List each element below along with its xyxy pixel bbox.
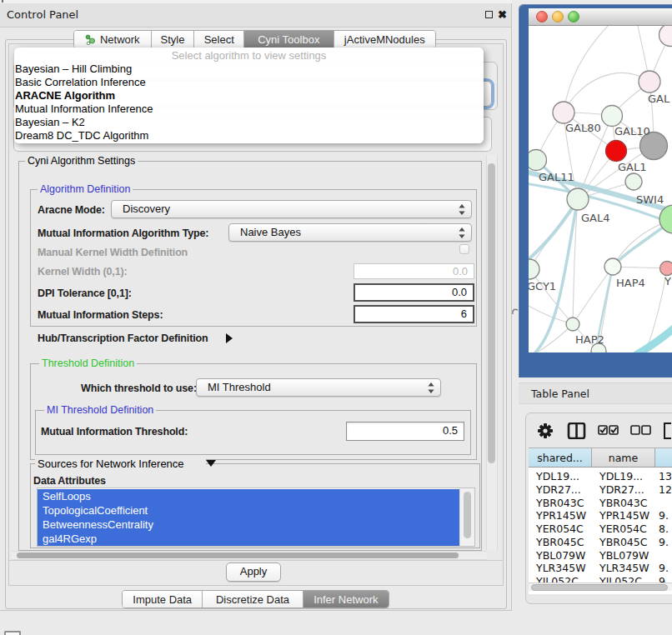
popup-menu-item[interactable]: Mutual Information Inference [15, 102, 153, 116]
attribute-list-item[interactable]: TopologicalCoefficient [38, 503, 461, 518]
mi-threshold-field[interactable]: 0.5 [346, 422, 464, 441]
network-node-hap4[interactable] [604, 258, 621, 275]
network-node-gal4[interactable] [567, 188, 589, 210]
table-cell[interactable]: 13 [659, 470, 672, 482]
mi-algorithm-type-combobox[interactable]: Naive Bayes [228, 223, 472, 242]
network-canvas[interactable]: GALGAL80GAL10GAL1GAL11SWI4GAL4HAP4YGCY1H… [529, 26, 672, 352]
table-cell[interactable]: 12 [659, 483, 672, 496]
table-cell[interactable]: YDR27... [599, 483, 644, 496]
manual-kernel-checkbox[interactable] [459, 244, 469, 254]
list-scrollbar[interactable] [459, 488, 474, 546]
zoom-traffic-light-icon[interactable] [568, 11, 579, 22]
kernel-width-field[interactable]: 0.0 [354, 263, 474, 279]
table-horizontal-scrollbar[interactable] [529, 582, 672, 591]
table-cell[interactable]: YER054C [536, 522, 584, 535]
popup-header: Select algorithm to view settings [14, 49, 484, 62]
attribute-list-item[interactable]: BetweennessCentrality [38, 518, 461, 532]
tab-jactivemnodules[interactable]: jActiveMNodules [333, 31, 435, 48]
table-cell[interactable]: YPR145W [599, 509, 649, 522]
minimized-panel-icon[interactable] [4, 631, 21, 635]
tab-impute-data[interactable]: Impute Data [123, 591, 202, 608]
network-node-gcy1[interactable] [529, 259, 539, 279]
attribute-list-item[interactable]: gal4RGexp [38, 532, 461, 546]
table-cell[interactable]: YDL19... [599, 470, 643, 482]
network-node-swi4[interactable] [625, 173, 642, 190]
table-cell[interactable]: YBR043C [599, 497, 647, 509]
aracne-mode-combobox[interactable]: Discovery [111, 200, 472, 218]
float-icon[interactable] [485, 11, 493, 18]
network-edge-highlighted[interactable] [529, 199, 578, 263]
network-node[interactable] [659, 26, 672, 47]
collapse-arrow-icon[interactable] [206, 460, 216, 467]
column-header-a[interactable]: A [655, 448, 672, 468]
network-window-titlebar[interactable] [529, 8, 672, 26]
network-edge[interactable] [564, 26, 612, 112]
attribute-list-item[interactable]: SelfLoops [38, 489, 461, 503]
table-cell[interactable]: YBR045C [599, 536, 647, 548]
gear-icon[interactable] [538, 422, 555, 439]
table-panel-titlebar: Table Panel [519, 382, 672, 404]
table-cell[interactable]: 9. [659, 509, 669, 522]
table-cell[interactable]: YBR043C [536, 497, 584, 509]
network-node-label: GAL10 [614, 125, 650, 138]
popup-menu-item[interactable]: Bayesian – Hill Climbing [15, 62, 132, 76]
table-cell[interactable]: YBL079W [599, 549, 649, 562]
table-cell[interactable]: YER054C [599, 522, 647, 535]
minimize-traffic-light-icon[interactable] [552, 11, 564, 22]
apply-button[interactable]: Apply [226, 562, 281, 582]
node-table[interactable]: shared...nameAYDL19...YDL19...13YDR27...… [529, 448, 672, 594]
cyni-mode-tab-bar: Impute DataDiscretize DataInfer Network [122, 590, 389, 608]
tab-label: Cyni Toolbox [258, 33, 319, 46]
tab-cyni-toolbox[interactable]: Cyni Toolbox [243, 31, 333, 48]
form-vertical-scrollbar-thumb[interactable] [488, 163, 495, 463]
network-node-gal10[interactable] [602, 106, 623, 127]
tab-network[interactable]: Network [74, 31, 151, 48]
tab-label: Network [100, 33, 140, 46]
tab-label: jActiveMNodules [344, 33, 425, 46]
tab-infer-network[interactable]: Infer Network [303, 591, 389, 608]
mi-algorithm-type-value: Naive Bayes [240, 226, 301, 238]
table-cell[interactable]: YLR345W [599, 562, 649, 574]
table-cell[interactable]: YBR045C [536, 536, 584, 548]
network-node-gal[interactable] [639, 71, 660, 92]
table-cell[interactable]: 9. [659, 536, 669, 548]
tab-select[interactable]: Select [193, 31, 243, 48]
table-cell[interactable]: 8. [659, 522, 669, 535]
network-node-y[interactable] [660, 262, 672, 276]
document-icon[interactable] [664, 423, 671, 438]
combo-arrows-icon [459, 204, 465, 215]
popup-menu-item[interactable]: Dream8 DC_TDC Algorithm [15, 129, 148, 142]
close-traffic-light-icon[interactable] [536, 11, 548, 22]
table-cell[interactable]: YLR345W [536, 562, 586, 574]
table-cell[interactable]: YBL079W [536, 549, 585, 562]
popup-menu-item[interactable]: Basic Correlation Inference [15, 76, 146, 89]
popup-menu-item[interactable]: Bayesian – K2 [15, 116, 85, 129]
network-node-gal80[interactable] [553, 102, 574, 123]
form-horizontal-scrollbar-thumb[interactable] [17, 552, 459, 558]
tab-discretize-data[interactable]: Discretize Data [202, 591, 302, 608]
table-cell[interactable]: YDL19... [536, 470, 579, 482]
split-columns-icon[interactable] [569, 423, 584, 438]
close-icon[interactable]: ✖ [498, 3, 507, 27]
table-cell[interactable]: YPR145W [536, 509, 586, 522]
table-cell[interactable]: YDR27... [536, 483, 581, 496]
aracne-mode-label: Aracne Mode: [38, 204, 105, 216]
which-threshold-combobox[interactable]: MI Threshold [196, 378, 441, 397]
data-attributes-list[interactable]: gal4RGexpBetweennessCentralityTopologica… [37, 488, 475, 547]
unchecked-boxes-icon[interactable] [631, 426, 650, 434]
popup-menu-item[interactable]: ARACNE Algorithm [15, 89, 115, 102]
mi-steps-field[interactable]: 6 [354, 305, 474, 323]
table-horizontal-scrollbar-thumb[interactable] [531, 584, 668, 591]
dpi-tolerance-field[interactable]: 0.0 [354, 283, 474, 302]
checked-boxes-icon[interactable] [599, 426, 618, 434]
column-header-shared[interactable]: shared... [529, 448, 592, 468]
tab-style[interactable]: Style [151, 31, 194, 48]
column-header-name[interactable]: name [592, 448, 655, 468]
network-node-gal11[interactable] [529, 150, 547, 171]
table-cell[interactable]: 9. [659, 562, 669, 574]
network-node-gal1[interactable] [606, 141, 627, 162]
network-edge[interactable] [529, 301, 573, 324]
expand-arrow-icon[interactable] [226, 333, 233, 343]
list-scrollbar-thumb[interactable] [464, 492, 471, 538]
network-node-hap2[interactable] [566, 318, 579, 331]
